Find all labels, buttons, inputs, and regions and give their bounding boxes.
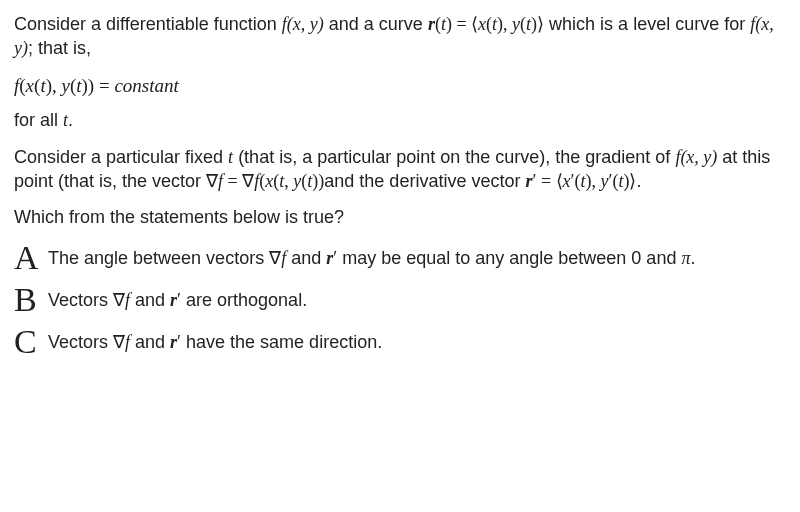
text: have the same direction. [181, 332, 382, 352]
inline-math: f(x, y) [675, 147, 717, 167]
text: are orthogonal. [181, 290, 307, 310]
text: and [130, 332, 170, 352]
option-c[interactable]: C Vectors ∇f and r′ have the same direct… [14, 325, 786, 359]
intro-paragraph-3: Consider a particular fixed t (that is, … [14, 145, 786, 194]
inline-math: r′ = ⟨x′(t), y′(t)⟩ [525, 171, 636, 191]
text: (that is, a particular point on the curv… [233, 147, 675, 167]
text: . [636, 171, 641, 191]
text: ; that is, [28, 38, 91, 58]
text: and [286, 248, 326, 268]
text: for all [14, 110, 63, 130]
inline-math: ∇f [269, 248, 286, 268]
display-equation: f(x(t), y(t)) = constant [14, 73, 786, 99]
option-text: Vectors ∇f and r′ have the same directio… [48, 330, 786, 354]
option-text: The angle between vectors ∇f and r′ may … [48, 246, 786, 270]
text: Consider a particular fixed [14, 147, 228, 167]
text: Vectors [48, 332, 113, 352]
option-letter: A [14, 241, 48, 275]
text: which is a level curve for [544, 14, 750, 34]
text: and a curve [324, 14, 428, 34]
text: Consider a differentiable function [14, 14, 282, 34]
intro-paragraph-2: for all t. [14, 108, 786, 132]
intro-paragraph-1: Consider a differentiable function f(x, … [14, 12, 786, 61]
inline-math: r(t) = ⟨x(t), y(t)⟩ [428, 14, 544, 34]
text: The angle between vectors [48, 248, 269, 268]
inline-math: ∇f [113, 332, 130, 352]
text: and the derivative vector [324, 171, 525, 191]
inline-math: f(x, y) [282, 14, 324, 34]
text: Vectors [48, 290, 113, 310]
text: . [68, 110, 73, 130]
option-text: Vectors ∇f and r′ are orthogonal. [48, 288, 786, 312]
inline-math: r′ [170, 290, 181, 310]
inline-math: ∇f = ∇f(x(t, y(t)) [206, 171, 324, 191]
option-a[interactable]: A The angle between vectors ∇f and r′ ma… [14, 241, 786, 275]
inline-math: r′ [170, 332, 181, 352]
inline-math: r′ [326, 248, 337, 268]
inline-math: ∇f [113, 290, 130, 310]
options-list: A The angle between vectors ∇f and r′ ma… [14, 241, 786, 359]
text: may be equal to any angle between 0 and [337, 248, 681, 268]
question-prompt: Which from the statements below is true? [14, 205, 786, 229]
option-letter: B [14, 283, 48, 317]
option-letter: C [14, 325, 48, 359]
text: and [130, 290, 170, 310]
option-b[interactable]: B Vectors ∇f and r′ are orthogonal. [14, 283, 786, 317]
text: . [690, 248, 695, 268]
